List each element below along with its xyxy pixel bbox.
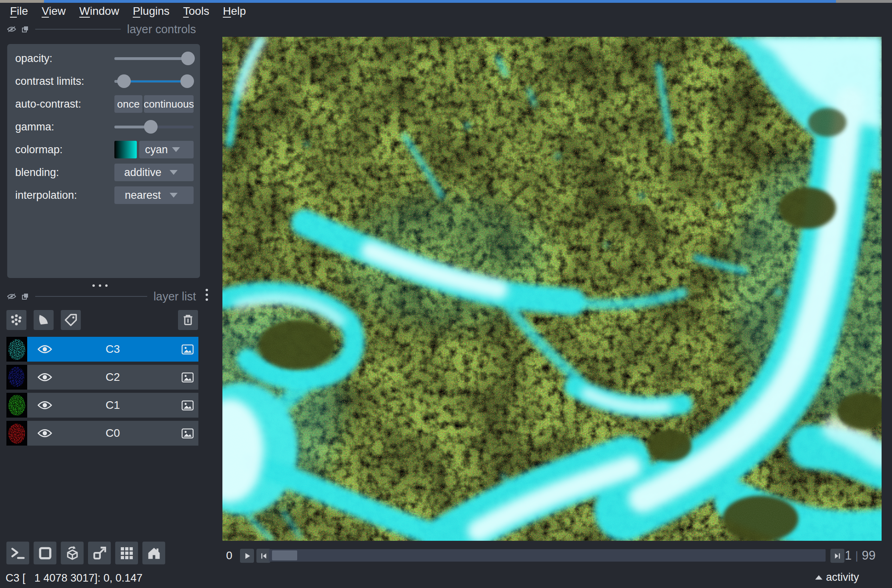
opacity-slider-handle[interactable] xyxy=(181,52,195,65)
contrast-low-handle[interactable] xyxy=(117,74,131,88)
interpolation-label: interpolation: xyxy=(15,189,114,202)
auto-contrast-row: auto-contrast: once continuous xyxy=(15,95,194,113)
opacity-row: opacity: xyxy=(15,50,194,67)
auto-contrast-label: auto-contrast: xyxy=(15,98,114,110)
panel-menu-kebab-icon[interactable] xyxy=(206,289,208,301)
visibility-eye-icon[interactable] xyxy=(38,344,52,354)
layer-row-c0[interactable]: C0 xyxy=(6,421,198,446)
visibility-eye-icon[interactable] xyxy=(38,372,52,382)
frame-slider[interactable] xyxy=(269,549,826,562)
float-panel-icon[interactable] xyxy=(22,293,29,300)
transpose-dimensions-icon xyxy=(92,545,108,561)
frame-slider-handle[interactable] xyxy=(272,550,297,560)
delete-layer-button[interactable] xyxy=(178,310,198,330)
image-layer-type-icon xyxy=(182,428,194,438)
float-panel-icon[interactable] xyxy=(22,26,29,33)
image-layer-type-icon xyxy=(182,344,194,354)
layer-row-c1[interactable]: C1 xyxy=(6,393,198,418)
current-frame: 1 xyxy=(845,548,852,563)
visibility-eye-icon[interactable] xyxy=(38,428,52,438)
contrast-limits-slider[interactable] xyxy=(114,72,194,90)
layer-thumbnail xyxy=(6,337,27,362)
grid-view-button[interactable] xyxy=(115,542,138,564)
console-icon xyxy=(10,546,26,561)
hide-panel-icon[interactable] xyxy=(7,26,16,32)
jump-to-end-button[interactable] xyxy=(830,549,844,563)
roll-dimensions-icon xyxy=(64,545,80,561)
transpose-dimensions-button[interactable] xyxy=(88,542,111,564)
header-divider xyxy=(35,29,121,30)
layer-thumbnail xyxy=(6,393,27,418)
jump-to-start-button[interactable] xyxy=(256,549,270,563)
image-layer-type-icon xyxy=(182,372,194,382)
play-icon xyxy=(243,552,251,560)
new-points-layer-button[interactable] xyxy=(6,310,26,330)
visibility-eye-icon[interactable] xyxy=(38,400,52,410)
layer-list-title: layer list xyxy=(154,290,196,303)
layer-list-header: layer list xyxy=(7,289,196,304)
blending-dropdown[interactable]: additive xyxy=(114,164,194,181)
layer-name: C3 xyxy=(27,343,198,356)
interpolation-value: nearest xyxy=(125,189,161,202)
hide-panel-icon[interactable] xyxy=(7,293,16,300)
menu-tools[interactable]: Tools xyxy=(176,5,216,18)
auto-contrast-continuous-button[interactable]: continuous xyxy=(144,95,194,113)
play-button[interactable] xyxy=(240,549,254,563)
layer-thumbnail xyxy=(6,421,27,446)
dock-splitter-handle[interactable] xyxy=(0,281,200,288)
roll-dimensions-button[interactable] xyxy=(61,542,84,564)
colormap-dropdown[interactable]: cyan xyxy=(139,141,194,158)
colormap-value: cyan xyxy=(145,144,168,156)
skip-to-end-icon xyxy=(834,552,841,560)
menu-file[interactable]: File xyxy=(3,5,35,18)
new-labels-layer-button[interactable] xyxy=(61,310,81,330)
trash-icon xyxy=(182,314,194,326)
image-layer-type-icon xyxy=(182,400,194,410)
window-top-border-left xyxy=(0,0,44,3)
layer-controls-header: layer controls xyxy=(7,22,196,36)
layer-controls-panel: opacity: contrast limits: auto-contrast:… xyxy=(7,44,200,278)
contrast-high-handle[interactable] xyxy=(180,74,194,88)
interpolation-dropdown[interactable]: nearest xyxy=(114,186,194,204)
gamma-slider[interactable] xyxy=(114,118,194,136)
menu-bar: File View Window Plugins Tools Help xyxy=(0,3,892,19)
layer-name: C1 xyxy=(27,399,198,412)
new-shapes-layer-button[interactable] xyxy=(34,310,54,330)
window-top-border xyxy=(44,0,836,3)
blending-value: additive xyxy=(124,166,161,179)
layer-row-c3[interactable]: C3 xyxy=(6,337,198,362)
contrast-limits-row: contrast limits: xyxy=(15,72,194,90)
colormap-row: colormap: cyan xyxy=(15,141,194,158)
viewer-buttons xyxy=(6,542,165,564)
skip-to-start-icon xyxy=(260,552,267,560)
activity-toggle[interactable]: activity xyxy=(815,571,859,584)
layer-controls-title: layer controls xyxy=(127,23,196,36)
blending-row: blending: additive xyxy=(15,164,194,181)
gamma-slider-handle[interactable] xyxy=(144,120,158,134)
menu-view[interactable]: View xyxy=(35,5,72,18)
menu-plugins[interactable]: Plugins xyxy=(126,5,176,18)
grid-view-icon xyxy=(120,546,134,560)
ndisplay-2d-button[interactable] xyxy=(34,542,56,564)
menu-help[interactable]: Help xyxy=(216,5,253,18)
gamma-label: gamma: xyxy=(15,121,114,133)
microscopy-image xyxy=(222,37,882,541)
new-labels-layer-icon xyxy=(64,313,78,327)
opacity-slider[interactable] xyxy=(114,50,194,67)
layer-name: C0 xyxy=(27,427,198,440)
chevron-down-icon xyxy=(172,147,180,152)
console-button[interactable] xyxy=(6,542,29,564)
home-reset-view-button[interactable] xyxy=(142,542,165,564)
layer-row-c2[interactable]: C2 xyxy=(6,365,198,390)
menu-window[interactable]: Window xyxy=(72,5,126,18)
dims-axis-label: 0 xyxy=(222,549,236,562)
viewer-canvas[interactable] xyxy=(222,37,882,541)
contrast-limits-label: contrast limits: xyxy=(15,75,114,88)
frame-counter: 1 | 99 xyxy=(845,548,876,563)
window-top-border-right xyxy=(836,0,892,3)
activity-label: activity xyxy=(826,571,859,584)
blending-label: blending: xyxy=(15,166,114,179)
opacity-label: opacity: xyxy=(15,52,114,65)
auto-contrast-once-button[interactable]: once xyxy=(114,95,142,113)
chevron-down-icon xyxy=(170,193,178,198)
